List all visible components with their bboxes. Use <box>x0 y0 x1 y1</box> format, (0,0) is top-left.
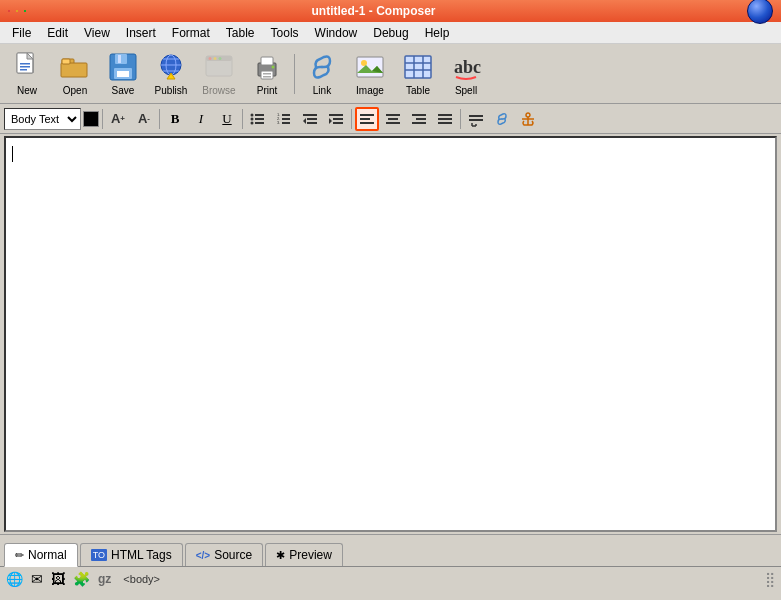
align-left-button[interactable] <box>355 107 379 131</box>
svg-rect-13 <box>117 71 129 77</box>
svg-rect-67 <box>412 114 426 116</box>
status-icon-envelope[interactable]: ✉ <box>31 571 43 587</box>
save-button[interactable]: Save <box>100 47 146 101</box>
svg-rect-64 <box>386 114 400 116</box>
outdent-button[interactable] <box>298 107 322 131</box>
style-select[interactable]: Body Text Normal Heading 1 Heading 2 Hea… <box>4 108 81 130</box>
window-controls[interactable] <box>8 10 26 12</box>
menu-window[interactable]: Window <box>307 24 366 42</box>
toolbar-sep-1 <box>294 54 295 94</box>
editor-area[interactable] <box>4 136 777 532</box>
increase-font-button[interactable]: A+ <box>106 107 130 131</box>
publish-button[interactable]: Publish <box>148 47 194 101</box>
status-icon-image[interactable]: 🖼 <box>51 571 65 587</box>
menu-file[interactable]: File <box>4 24 39 42</box>
fmt-sep-1 <box>102 109 103 129</box>
menu-debug[interactable]: Debug <box>365 24 416 42</box>
open-icon <box>59 51 91 83</box>
menu-tools[interactable]: Tools <box>263 24 307 42</box>
svg-rect-68 <box>416 118 426 120</box>
print-label: Print <box>257 85 278 96</box>
svg-rect-62 <box>360 118 370 120</box>
tab-html-tags-label: HTML Tags <box>111 548 172 562</box>
indent-button[interactable] <box>324 107 348 131</box>
print-icon <box>251 51 283 83</box>
svg-point-22 <box>209 57 212 60</box>
table-icon <box>402 51 434 83</box>
menu-edit[interactable]: Edit <box>39 24 76 42</box>
image-label: Image <box>356 85 384 96</box>
fmt-sep-3 <box>242 109 243 129</box>
no-break-icon <box>468 111 484 127</box>
unordered-list-button[interactable] <box>246 107 270 131</box>
anchor-button[interactable] <box>516 107 540 131</box>
new-icon <box>11 51 43 83</box>
align-center-button[interactable] <box>381 107 405 131</box>
svg-rect-53 <box>303 114 317 116</box>
svg-rect-72 <box>438 122 452 124</box>
status-icon-earth[interactable]: 🌐 <box>6 571 23 587</box>
bold-button[interactable]: B <box>163 107 187 131</box>
menu-format[interactable]: Format <box>164 24 218 42</box>
underline-button[interactable]: U <box>215 107 239 131</box>
status-icon-plugin[interactable]: 🧩 <box>73 571 90 587</box>
table-label: Table <box>406 85 430 96</box>
svg-rect-44 <box>255 118 264 120</box>
ordered-list-button[interactable]: 1. 2. 3. <box>272 107 296 131</box>
tab-normal[interactable]: ✏ Normal <box>4 543 78 567</box>
minimize-button[interactable] <box>16 10 18 12</box>
preview-icon: ✱ <box>276 549 285 562</box>
open-label: Open <box>63 85 87 96</box>
svg-rect-3 <box>20 63 30 65</box>
no-break-button[interactable] <box>464 107 488 131</box>
align-right-button[interactable] <box>407 107 431 131</box>
svg-rect-66 <box>386 122 400 124</box>
svg-rect-58 <box>333 118 343 120</box>
browse-button[interactable]: Browse <box>196 47 242 101</box>
publish-label: Publish <box>155 85 188 96</box>
decrease-font-button[interactable]: A- <box>132 107 156 131</box>
spell-label: Spell <box>455 85 477 96</box>
title-bar: untitled-1 - Composer <box>0 0 781 22</box>
justify-button[interactable] <box>433 107 457 131</box>
svg-rect-5 <box>20 69 27 71</box>
image-icon <box>354 51 386 83</box>
link-button[interactable]: Link <box>299 47 345 101</box>
svg-rect-71 <box>438 118 452 120</box>
justify-icon <box>437 111 453 127</box>
svg-rect-52 <box>282 122 290 124</box>
outdent-icon <box>302 111 318 127</box>
svg-rect-48 <box>282 114 290 116</box>
image-button[interactable]: Image <box>347 47 393 101</box>
link-icon <box>306 51 338 83</box>
print-button[interactable]: Print <box>244 47 290 101</box>
tab-preview[interactable]: ✱ Preview <box>265 543 343 566</box>
table-button[interactable]: Table <box>395 47 441 101</box>
new-label: New <box>17 85 37 96</box>
text-color-box[interactable] <box>83 111 99 127</box>
svg-text:3.: 3. <box>277 120 280 125</box>
browse-label: Browse <box>202 85 235 96</box>
fmt-sep-4 <box>351 109 352 129</box>
resize-handle[interactable]: ⣿ <box>765 571 775 587</box>
new-button[interactable]: New <box>4 47 50 101</box>
svg-rect-4 <box>20 66 30 68</box>
open-button[interactable]: Open <box>52 47 98 101</box>
svg-rect-28 <box>263 73 271 75</box>
menu-view[interactable]: View <box>76 24 118 42</box>
italic-button[interactable]: I <box>189 107 213 131</box>
svg-point-78 <box>526 113 530 117</box>
svg-rect-54 <box>307 118 317 120</box>
menu-insert[interactable]: Insert <box>118 24 164 42</box>
status-icon-script[interactable]: gz <box>98 572 111 586</box>
link-label: Link <box>313 85 331 96</box>
svg-point-23 <box>214 57 217 60</box>
tab-html-tags[interactable]: TO HTML Tags <box>80 543 183 566</box>
navigator-logo <box>747 0 773 24</box>
menu-help[interactable]: Help <box>417 24 458 42</box>
link2-button[interactable] <box>490 107 514 131</box>
tab-source[interactable]: </> Source <box>185 543 264 566</box>
close-button[interactable] <box>8 10 10 12</box>
menu-table[interactable]: Table <box>218 24 263 42</box>
spell-button[interactable]: abc Spell <box>443 47 489 101</box>
